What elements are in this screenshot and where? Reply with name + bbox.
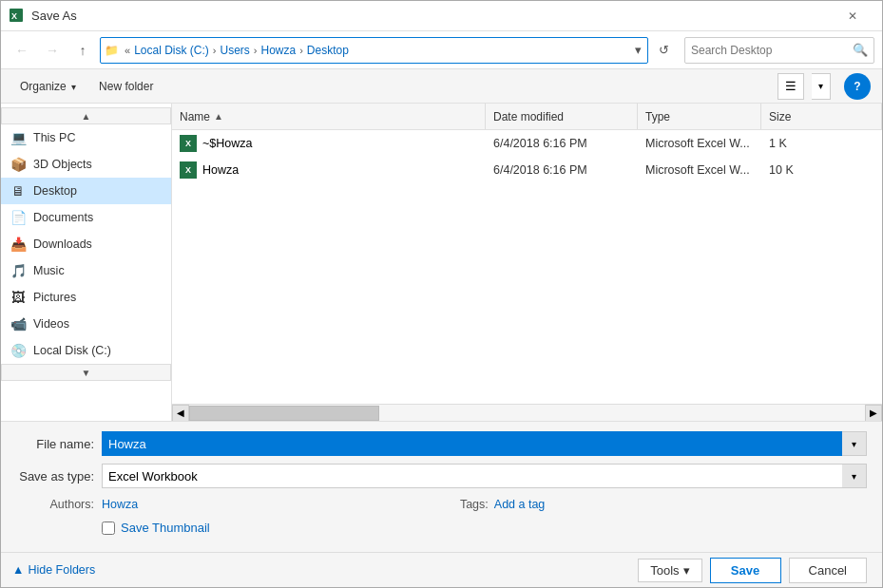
file-cell-type-1: Microsoft Excel W... bbox=[638, 157, 761, 182]
sidebar-item-pictures[interactable]: 🖼 Pictures bbox=[1, 284, 171, 311]
save-as-dialog: X Save As ✕ ← → ↑ 📁 « Local Disk (C:) › … bbox=[0, 0, 883, 588]
search-input[interactable] bbox=[691, 44, 853, 57]
up-button[interactable]: ↑ bbox=[69, 37, 96, 64]
authors-value[interactable]: Howza bbox=[102, 498, 138, 511]
organize-button[interactable]: Organize ▾ bbox=[12, 76, 84, 97]
column-header-name[interactable]: Name ▲ bbox=[172, 104, 486, 129]
3d-objects-icon: 📦 bbox=[9, 155, 28, 174]
filetype-label: Save as type: bbox=[16, 469, 102, 484]
desktop-icon: 🖥 bbox=[9, 181, 28, 200]
table-row[interactable]: X Howza 6/4/2018 6:16 PM Microsoft Excel… bbox=[172, 157, 882, 183]
scroll-thumb[interactable] bbox=[189, 406, 379, 421]
forward-button[interactable]: → bbox=[39, 37, 66, 64]
downloads-icon: 📥 bbox=[9, 235, 28, 254]
refresh-button[interactable]: ↺ bbox=[652, 39, 675, 62]
filename-row: File name: ▾ bbox=[16, 431, 867, 456]
filename-dropdown-button[interactable]: ▾ bbox=[842, 431, 867, 456]
new-folder-button[interactable]: New folder bbox=[91, 76, 161, 97]
file-cell-date-0: 6/4/2018 6:16 PM bbox=[486, 130, 638, 156]
filetype-row: Save as type: Excel Workbook Excel 97-20… bbox=[16, 464, 867, 488]
breadcrumb-bar[interactable]: 📁 « Local Disk (C:) › Users › Howza › De… bbox=[100, 37, 648, 64]
search-bar: 🔍 bbox=[684, 37, 874, 64]
music-icon: 🎵 bbox=[9, 261, 28, 280]
sidebar-item-music[interactable]: 🎵 Music bbox=[1, 257, 171, 284]
main-area: ▲ 💻 This PC 📦 3D Objects 🖥 Desktop 📄 Doc… bbox=[1, 104, 882, 421]
this-pc-icon: 💻 bbox=[9, 128, 28, 147]
bottom-area: ▲ Hide Folders Tools ▾ Save Cancel bbox=[1, 552, 882, 587]
form-area: File name: ▾ Save as type: Excel Workboo… bbox=[1, 421, 882, 552]
view-dropdown-button[interactable]: ▾ bbox=[812, 73, 831, 100]
help-button[interactable]: ? bbox=[844, 73, 871, 100]
file-list-header: Name ▲ Date modified Type Size bbox=[172, 104, 882, 130]
column-header-size[interactable]: Size bbox=[761, 104, 882, 129]
thumbnail-row: Save Thumbnail bbox=[16, 517, 867, 542]
filetype-select[interactable]: Excel Workbook Excel 97-2003 Workbook CS… bbox=[102, 464, 867, 488]
file-cell-size-0: 1 K bbox=[761, 130, 882, 156]
sidebar-scroll-down[interactable]: ▼ bbox=[1, 364, 171, 381]
sidebar-item-downloads[interactable]: 📥 Downloads bbox=[1, 231, 171, 257]
local-disk-icon: 💿 bbox=[9, 341, 28, 360]
title-bar-buttons: ✕ bbox=[831, 1, 874, 31]
sidebar-item-documents[interactable]: 📄 Documents bbox=[1, 204, 171, 231]
tags-label: Tags: bbox=[460, 498, 489, 511]
scroll-left-button[interactable]: ◀ bbox=[172, 405, 189, 422]
filename-input[interactable] bbox=[102, 431, 842, 456]
breadcrumb-part-howza[interactable]: Howza bbox=[261, 44, 297, 57]
excel-icon-0: X bbox=[180, 135, 197, 152]
hide-folders-label: Hide Folders bbox=[28, 563, 95, 577]
save-button[interactable]: Save bbox=[710, 558, 781, 583]
tools-button[interactable]: Tools ▾ bbox=[638, 559, 701, 582]
back-button[interactable]: ← bbox=[9, 37, 35, 64]
sidebar-item-desktop[interactable]: 🖥 Desktop bbox=[1, 178, 171, 204]
dialog-icon: X bbox=[9, 8, 26, 25]
file-cell-size-1: 10 K bbox=[761, 157, 882, 182]
sidebar-item-local-disk[interactable]: 💿 Local Disk (C:) bbox=[1, 337, 171, 364]
videos-icon: 📹 bbox=[9, 314, 28, 333]
breadcrumb-part-desktop[interactable]: Desktop bbox=[307, 44, 349, 57]
breadcrumb-dropdown-button[interactable]: ▾ bbox=[633, 43, 643, 57]
sidebar-scroll-up[interactable]: ▲ bbox=[1, 107, 171, 124]
excel-icon-1: X bbox=[180, 161, 197, 179]
action-buttons: Tools ▾ Save Cancel bbox=[623, 553, 882, 587]
documents-icon: 📄 bbox=[9, 208, 28, 227]
svg-text:X: X bbox=[11, 11, 17, 21]
scroll-right-button[interactable]: ▶ bbox=[865, 405, 882, 422]
hide-folders-button[interactable]: ▲ Hide Folders bbox=[1, 553, 623, 587]
horizontal-scrollbar: ◀ ▶ bbox=[172, 404, 882, 421]
sort-arrow-name: ▲ bbox=[214, 111, 223, 122]
thumbnail-label[interactable]: Save Thumbnail bbox=[121, 521, 210, 535]
cancel-button[interactable]: Cancel bbox=[789, 558, 867, 583]
navigation-toolbar: ← → ↑ 📁 « Local Disk (C:) › Users › Howz… bbox=[1, 31, 882, 69]
filetype-wrapper: Excel Workbook Excel 97-2003 Workbook CS… bbox=[102, 464, 867, 488]
file-cell-date-1: 6/4/2018 6:16 PM bbox=[486, 157, 638, 182]
filename-label: File name: bbox=[16, 437, 102, 451]
breadcrumb-folder-icon: 📁 bbox=[105, 44, 119, 57]
close-button[interactable]: ✕ bbox=[831, 1, 874, 31]
tags-value[interactable]: Add a tag bbox=[494, 498, 546, 511]
search-button[interactable]: 🔍 bbox=[853, 43, 868, 57]
meta-row: Authors: Howza Tags: Add a tag bbox=[16, 496, 867, 517]
action-bar: Organize ▾ New folder ☰ ▾ ? bbox=[1, 69, 882, 104]
hide-folders-arrow: ▲ bbox=[12, 563, 24, 577]
file-area: Name ▲ Date modified Type Size X bbox=[172, 104, 882, 421]
sidebar-item-this-pc[interactable]: 💻 This PC bbox=[1, 124, 171, 151]
sidebar-item-videos[interactable]: 📹 Videos bbox=[1, 311, 171, 337]
column-header-date[interactable]: Date modified bbox=[486, 104, 638, 129]
title-bar: X Save As ✕ bbox=[1, 1, 882, 31]
file-cell-type-0: Microsoft Excel W... bbox=[638, 130, 761, 156]
file-cell-name-0: X ~$Howza bbox=[172, 130, 486, 156]
scroll-track[interactable] bbox=[189, 405, 865, 422]
table-row[interactable]: X ~$Howza 6/4/2018 6:16 PM Microsoft Exc… bbox=[172, 130, 882, 157]
pictures-icon: 🖼 bbox=[9, 288, 28, 307]
view-button[interactable]: ☰ bbox=[777, 73, 804, 100]
breadcrumb-part-c[interactable]: Local Disk (C:) bbox=[134, 44, 209, 57]
file-cell-name-1: X Howza bbox=[172, 157, 486, 182]
sidebar-item-3d-objects[interactable]: 📦 3D Objects bbox=[1, 151, 171, 178]
thumbnail-checkbox[interactable] bbox=[102, 522, 115, 535]
authors-label: Authors: bbox=[16, 498, 102, 511]
file-list: X ~$Howza 6/4/2018 6:16 PM Microsoft Exc… bbox=[172, 130, 882, 404]
dialog-title: Save As bbox=[31, 9, 831, 23]
breadcrumb-part-users[interactable]: Users bbox=[220, 44, 249, 57]
sidebar: ▲ 💻 This PC 📦 3D Objects 🖥 Desktop 📄 Doc… bbox=[1, 104, 172, 421]
column-header-type[interactable]: Type bbox=[638, 104, 761, 129]
